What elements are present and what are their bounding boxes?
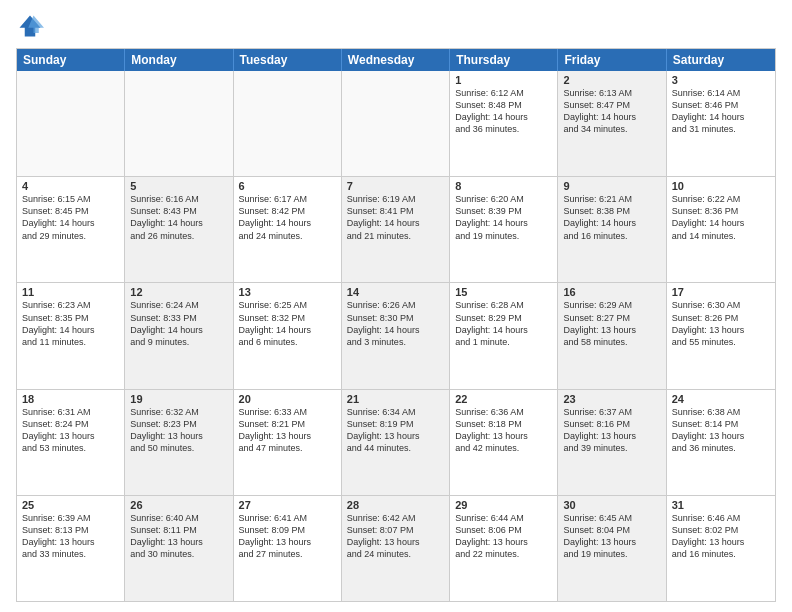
header-day-wednesday: Wednesday (342, 49, 450, 71)
cell-text: Sunrise: 6:25 AM Sunset: 8:32 PM Dayligh… (239, 299, 336, 348)
cell-text: Sunrise: 6:30 AM Sunset: 8:26 PM Dayligh… (672, 299, 770, 348)
day-number: 24 (672, 393, 770, 405)
week-row-3: 11Sunrise: 6:23 AM Sunset: 8:35 PM Dayli… (17, 283, 775, 389)
cell-text: Sunrise: 6:29 AM Sunset: 8:27 PM Dayligh… (563, 299, 660, 348)
calendar-cell: 11Sunrise: 6:23 AM Sunset: 8:35 PM Dayli… (17, 283, 125, 388)
day-number: 7 (347, 180, 444, 192)
cell-text: Sunrise: 6:22 AM Sunset: 8:36 PM Dayligh… (672, 193, 770, 242)
day-number: 18 (22, 393, 119, 405)
week-row-5: 25Sunrise: 6:39 AM Sunset: 8:13 PM Dayli… (17, 496, 775, 601)
calendar-header: SundayMondayTuesdayWednesdayThursdayFrid… (17, 49, 775, 71)
header-day-tuesday: Tuesday (234, 49, 342, 71)
calendar-cell: 14Sunrise: 6:26 AM Sunset: 8:30 PM Dayli… (342, 283, 450, 388)
day-number: 11 (22, 286, 119, 298)
header-day-monday: Monday (125, 49, 233, 71)
calendar-cell: 25Sunrise: 6:39 AM Sunset: 8:13 PM Dayli… (17, 496, 125, 601)
cell-text: Sunrise: 6:24 AM Sunset: 8:33 PM Dayligh… (130, 299, 227, 348)
calendar-cell: 24Sunrise: 6:38 AM Sunset: 8:14 PM Dayli… (667, 390, 775, 495)
calendar-cell (234, 71, 342, 176)
calendar: SundayMondayTuesdayWednesdayThursdayFrid… (16, 48, 776, 602)
calendar-cell (17, 71, 125, 176)
day-number: 15 (455, 286, 552, 298)
cell-text: Sunrise: 6:33 AM Sunset: 8:21 PM Dayligh… (239, 406, 336, 455)
calendar-cell: 3Sunrise: 6:14 AM Sunset: 8:46 PM Daylig… (667, 71, 775, 176)
day-number: 13 (239, 286, 336, 298)
calendar-cell: 15Sunrise: 6:28 AM Sunset: 8:29 PM Dayli… (450, 283, 558, 388)
calendar-cell: 1Sunrise: 6:12 AM Sunset: 8:48 PM Daylig… (450, 71, 558, 176)
calendar-cell: 20Sunrise: 6:33 AM Sunset: 8:21 PM Dayli… (234, 390, 342, 495)
cell-text: Sunrise: 6:32 AM Sunset: 8:23 PM Dayligh… (130, 406, 227, 455)
calendar-body: 1Sunrise: 6:12 AM Sunset: 8:48 PM Daylig… (17, 71, 775, 601)
cell-text: Sunrise: 6:39 AM Sunset: 8:13 PM Dayligh… (22, 512, 119, 561)
calendar-cell (342, 71, 450, 176)
day-number: 22 (455, 393, 552, 405)
cell-text: Sunrise: 6:44 AM Sunset: 8:06 PM Dayligh… (455, 512, 552, 561)
cell-text: Sunrise: 6:13 AM Sunset: 8:47 PM Dayligh… (563, 87, 660, 136)
calendar-cell: 18Sunrise: 6:31 AM Sunset: 8:24 PM Dayli… (17, 390, 125, 495)
header-day-saturday: Saturday (667, 49, 775, 71)
header-day-thursday: Thursday (450, 49, 558, 71)
calendar-cell: 8Sunrise: 6:20 AM Sunset: 8:39 PM Daylig… (450, 177, 558, 282)
calendar-cell: 30Sunrise: 6:45 AM Sunset: 8:04 PM Dayli… (558, 496, 666, 601)
calendar-cell: 5Sunrise: 6:16 AM Sunset: 8:43 PM Daylig… (125, 177, 233, 282)
day-number: 27 (239, 499, 336, 511)
calendar-cell: 26Sunrise: 6:40 AM Sunset: 8:11 PM Dayli… (125, 496, 233, 601)
calendar-cell: 6Sunrise: 6:17 AM Sunset: 8:42 PM Daylig… (234, 177, 342, 282)
day-number: 21 (347, 393, 444, 405)
cell-text: Sunrise: 6:16 AM Sunset: 8:43 PM Dayligh… (130, 193, 227, 242)
day-number: 1 (455, 74, 552, 86)
cell-text: Sunrise: 6:42 AM Sunset: 8:07 PM Dayligh… (347, 512, 444, 561)
cell-text: Sunrise: 6:41 AM Sunset: 8:09 PM Dayligh… (239, 512, 336, 561)
day-number: 26 (130, 499, 227, 511)
cell-text: Sunrise: 6:17 AM Sunset: 8:42 PM Dayligh… (239, 193, 336, 242)
cell-text: Sunrise: 6:19 AM Sunset: 8:41 PM Dayligh… (347, 193, 444, 242)
cell-text: Sunrise: 6:37 AM Sunset: 8:16 PM Dayligh… (563, 406, 660, 455)
cell-text: Sunrise: 6:23 AM Sunset: 8:35 PM Dayligh… (22, 299, 119, 348)
calendar-cell: 17Sunrise: 6:30 AM Sunset: 8:26 PM Dayli… (667, 283, 775, 388)
week-row-2: 4Sunrise: 6:15 AM Sunset: 8:45 PM Daylig… (17, 177, 775, 283)
day-number: 9 (563, 180, 660, 192)
cell-text: Sunrise: 6:12 AM Sunset: 8:48 PM Dayligh… (455, 87, 552, 136)
header (16, 12, 776, 40)
day-number: 30 (563, 499, 660, 511)
day-number: 5 (130, 180, 227, 192)
cell-text: Sunrise: 6:21 AM Sunset: 8:38 PM Dayligh… (563, 193, 660, 242)
page: SundayMondayTuesdayWednesdayThursdayFrid… (0, 0, 792, 612)
day-number: 20 (239, 393, 336, 405)
calendar-cell: 7Sunrise: 6:19 AM Sunset: 8:41 PM Daylig… (342, 177, 450, 282)
calendar-cell: 31Sunrise: 6:46 AM Sunset: 8:02 PM Dayli… (667, 496, 775, 601)
calendar-cell: 13Sunrise: 6:25 AM Sunset: 8:32 PM Dayli… (234, 283, 342, 388)
cell-text: Sunrise: 6:40 AM Sunset: 8:11 PM Dayligh… (130, 512, 227, 561)
day-number: 29 (455, 499, 552, 511)
calendar-cell: 23Sunrise: 6:37 AM Sunset: 8:16 PM Dayli… (558, 390, 666, 495)
cell-text: Sunrise: 6:15 AM Sunset: 8:45 PM Dayligh… (22, 193, 119, 242)
week-row-4: 18Sunrise: 6:31 AM Sunset: 8:24 PM Dayli… (17, 390, 775, 496)
header-day-friday: Friday (558, 49, 666, 71)
day-number: 14 (347, 286, 444, 298)
cell-text: Sunrise: 6:38 AM Sunset: 8:14 PM Dayligh… (672, 406, 770, 455)
day-number: 8 (455, 180, 552, 192)
day-number: 16 (563, 286, 660, 298)
logo (16, 12, 48, 40)
calendar-cell: 10Sunrise: 6:22 AM Sunset: 8:36 PM Dayli… (667, 177, 775, 282)
day-number: 10 (672, 180, 770, 192)
day-number: 17 (672, 286, 770, 298)
day-number: 12 (130, 286, 227, 298)
calendar-cell: 4Sunrise: 6:15 AM Sunset: 8:45 PM Daylig… (17, 177, 125, 282)
calendar-cell: 12Sunrise: 6:24 AM Sunset: 8:33 PM Dayli… (125, 283, 233, 388)
cell-text: Sunrise: 6:28 AM Sunset: 8:29 PM Dayligh… (455, 299, 552, 348)
header-day-sunday: Sunday (17, 49, 125, 71)
calendar-cell: 2Sunrise: 6:13 AM Sunset: 8:47 PM Daylig… (558, 71, 666, 176)
cell-text: Sunrise: 6:31 AM Sunset: 8:24 PM Dayligh… (22, 406, 119, 455)
cell-text: Sunrise: 6:45 AM Sunset: 8:04 PM Dayligh… (563, 512, 660, 561)
calendar-cell: 22Sunrise: 6:36 AM Sunset: 8:18 PM Dayli… (450, 390, 558, 495)
day-number: 6 (239, 180, 336, 192)
calendar-cell: 29Sunrise: 6:44 AM Sunset: 8:06 PM Dayli… (450, 496, 558, 601)
cell-text: Sunrise: 6:20 AM Sunset: 8:39 PM Dayligh… (455, 193, 552, 242)
day-number: 3 (672, 74, 770, 86)
calendar-cell (125, 71, 233, 176)
calendar-cell: 16Sunrise: 6:29 AM Sunset: 8:27 PM Dayli… (558, 283, 666, 388)
calendar-cell: 27Sunrise: 6:41 AM Sunset: 8:09 PM Dayli… (234, 496, 342, 601)
logo-icon (16, 12, 44, 40)
day-number: 31 (672, 499, 770, 511)
